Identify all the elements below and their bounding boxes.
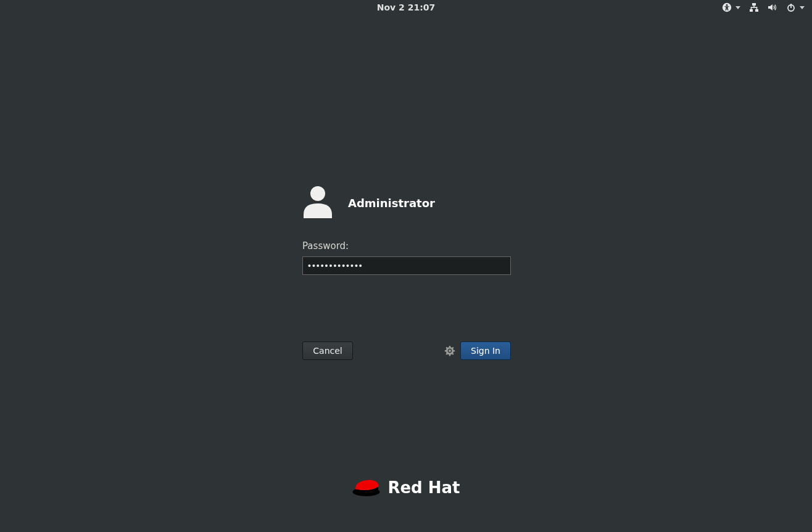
svg-point-1 bbox=[726, 4, 728, 6]
svg-rect-2 bbox=[752, 3, 756, 6]
user-avatar-icon bbox=[302, 185, 333, 221]
signin-group: Sign In bbox=[444, 342, 511, 360]
session-options-button[interactable] bbox=[444, 345, 455, 356]
power-icon bbox=[786, 2, 796, 12]
svg-rect-4 bbox=[755, 9, 758, 12]
password-label: Password: bbox=[302, 240, 511, 252]
volume-icon bbox=[768, 2, 777, 12]
chevron-down-icon bbox=[735, 6, 740, 9]
svg-rect-8 bbox=[756, 7, 758, 9]
network-indicator[interactable] bbox=[749, 2, 759, 12]
gear-icon bbox=[444, 345, 455, 356]
clock-text: Nov 2 21:07 bbox=[377, 2, 436, 12]
svg-rect-7 bbox=[751, 7, 752, 9]
brand-name: Red Hat bbox=[387, 478, 460, 497]
network-wired-icon bbox=[749, 2, 759, 12]
cancel-button[interactable]: Cancel bbox=[302, 342, 353, 360]
username-label: Administrator bbox=[348, 197, 435, 210]
action-row: Cancel Sign In bbox=[302, 342, 511, 360]
power-menu[interactable] bbox=[786, 2, 805, 12]
volume-indicator[interactable] bbox=[768, 2, 777, 12]
status-area bbox=[722, 2, 805, 12]
accessibility-menu[interactable] bbox=[722, 2, 740, 12]
svg-point-11 bbox=[310, 186, 325, 201]
chevron-down-icon bbox=[800, 6, 805, 9]
login-form: Administrator Password: Cancel Sign In bbox=[302, 185, 511, 360]
signin-button[interactable]: Sign In bbox=[460, 342, 511, 360]
accessibility-icon bbox=[722, 2, 732, 12]
password-input[interactable] bbox=[302, 256, 511, 275]
top-panel: Nov 2 21:07 bbox=[0, 0, 812, 17]
selected-user: Administrator bbox=[302, 185, 511, 221]
svg-rect-3 bbox=[750, 9, 753, 12]
clock[interactable]: Nov 2 21:07 bbox=[377, 2, 436, 12]
distro-brand: Red Hat bbox=[352, 476, 460, 499]
redhat-fedora-icon bbox=[352, 476, 380, 499]
